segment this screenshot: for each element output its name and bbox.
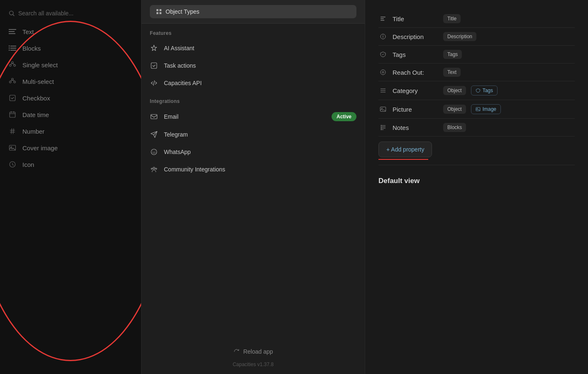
- prop-tag-category-object: Object: [443, 86, 466, 95]
- sidebar-item-cover-image[interactable]: Cover image: [0, 139, 141, 156]
- menu-item-task-actions[interactable]: Task actions: [142, 57, 365, 74]
- svg-point-62: [381, 128, 382, 129]
- default-view-label: Default view: [378, 177, 575, 185]
- add-property-underline: [378, 159, 428, 160]
- menu-item-whatsapp[interactable]: WhatsApp: [142, 143, 365, 161]
- reload-button[interactable]: Reload app: [227, 345, 280, 358]
- svg-line-18: [10, 80, 12, 81]
- svg-line-13: [10, 64, 12, 64]
- svg-point-10: [12, 62, 14, 64]
- checkbox-icon: [8, 94, 17, 102]
- svg-point-48: [381, 70, 385, 75]
- property-row-reach-out: Reach Out: Text: [378, 64, 575, 81]
- svg-point-40: [155, 151, 156, 152]
- menu-item-label: WhatsApp: [164, 149, 191, 155]
- svg-rect-32: [156, 9, 159, 11]
- search-placeholder: Search all available...: [18, 10, 73, 17]
- prop-name-picture: Picture: [393, 106, 438, 113]
- prop-tag-notes: Blocks: [443, 123, 466, 132]
- code-icon: [150, 79, 158, 87]
- search-bar[interactable]: Search all available...: [0, 7, 141, 23]
- svg-rect-21: [10, 112, 15, 117]
- svg-point-61: [381, 127, 382, 127]
- text-icon: [8, 27, 17, 36]
- add-property-button[interactable]: + Add property: [378, 142, 432, 157]
- calendar-icon: [8, 110, 17, 119]
- svg-point-43: [156, 168, 157, 169]
- version-text: Capacities v1.37.8: [233, 362, 274, 367]
- property-row-picture: Picture Object Image: [378, 100, 575, 119]
- sidebar-item-label: Cover image: [22, 144, 58, 152]
- email-icon: [150, 112, 158, 121]
- menu-item-label: Email: [164, 113, 178, 120]
- notes-prop-icon: [378, 123, 388, 132]
- hash-icon: [8, 127, 17, 135]
- svg-rect-35: [159, 12, 161, 14]
- svg-rect-36: [151, 63, 157, 68]
- prop-tag-category-tags: Tags: [471, 86, 498, 95]
- property-row-description: Description Description: [378, 28, 575, 46]
- task-icon: [150, 61, 158, 70]
- tag-icon: [476, 88, 481, 93]
- svg-point-11: [10, 64, 12, 66]
- svg-point-63: [381, 129, 382, 130]
- sidebar-item-label: Icon: [22, 161, 34, 168]
- prop-tag-picture-image: Image: [471, 104, 501, 114]
- title-prop-icon: [378, 14, 388, 23]
- svg-rect-7: [9, 46, 10, 47]
- prop-name-notes: Notes: [393, 124, 438, 131]
- reload-label: Reload app: [243, 348, 273, 355]
- menu-item-label: Task actions: [164, 62, 196, 69]
- sidebar-item-checkbox[interactable]: Checkbox: [0, 90, 141, 106]
- object-types-label: Object Types: [166, 8, 199, 15]
- prop-tag-title: Title: [443, 14, 461, 23]
- sidebar-item-number[interactable]: Number: [0, 123, 141, 139]
- sidebar-item-single-select[interactable]: Single select: [0, 56, 141, 73]
- svg-point-39: [153, 151, 154, 152]
- menu-item-telegram[interactable]: Telegram: [142, 126, 365, 143]
- community-icon: [150, 165, 158, 174]
- sidebar-item-text[interactable]: Text: [0, 23, 141, 40]
- sidebar-item-datetime[interactable]: Date time: [0, 106, 141, 123]
- sidebar-item-blocks[interactable]: Blocks: [0, 40, 141, 56]
- reach-out-prop-icon: [378, 68, 388, 77]
- menu-item-label: Telegram: [164, 131, 188, 138]
- middle-header: Object Types: [142, 0, 365, 24]
- svg-point-41: [153, 167, 155, 169]
- right-panel: Title Title Description Description Tags…: [365, 0, 588, 374]
- property-row-notes: Notes Blocks: [378, 119, 575, 137]
- menu-item-email[interactable]: Email Active: [142, 108, 365, 126]
- single-select-icon: [8, 61, 17, 69]
- middle-footer: Reload app Capacities v1.37.8: [142, 338, 365, 374]
- sidebar-item-icon[interactable]: Icon: [0, 156, 141, 173]
- svg-point-15: [12, 78, 14, 81]
- add-property-label: + Add property: [386, 146, 424, 153]
- whatsapp-icon: [150, 148, 158, 156]
- sidebar-item-label: Blocks: [22, 45, 41, 52]
- menu-item-label: AI Assistant: [164, 45, 194, 51]
- tags-prop-icon: [378, 50, 388, 59]
- left-sidebar: Search all available... Text Blocks: [0, 0, 141, 374]
- menu-item-community[interactable]: Community Integrations: [142, 161, 365, 178]
- property-row-title: Title Title: [378, 10, 575, 28]
- svg-point-12: [14, 64, 16, 66]
- sidebar-item-label: Single select: [22, 61, 58, 68]
- svg-line-27: [11, 128, 12, 134]
- menu-item-label: Community Integrations: [164, 166, 225, 173]
- sidebar-item-label: Number: [22, 128, 44, 135]
- svg-point-16: [10, 81, 12, 83]
- sidebar-item-multi-select[interactable]: Multi-select: [0, 73, 141, 90]
- svg-rect-8: [9, 48, 10, 49]
- prop-tag-description: Description: [443, 32, 476, 41]
- svg-point-47: [382, 71, 384, 73]
- object-types-button[interactable]: Object Types: [150, 5, 356, 18]
- menu-item-capacities-api[interactable]: Capacities API: [142, 74, 365, 92]
- svg-line-28: [13, 128, 14, 134]
- description-prop-icon: [378, 32, 388, 41]
- reload-icon: [233, 348, 240, 355]
- menu-item-ai-assistant[interactable]: AI Assistant: [142, 39, 365, 57]
- prop-name-title: Title: [393, 15, 438, 22]
- prop-name-description: Description: [393, 33, 438, 40]
- menu-item-label: Capacities API: [164, 80, 202, 86]
- divider: [378, 165, 575, 165]
